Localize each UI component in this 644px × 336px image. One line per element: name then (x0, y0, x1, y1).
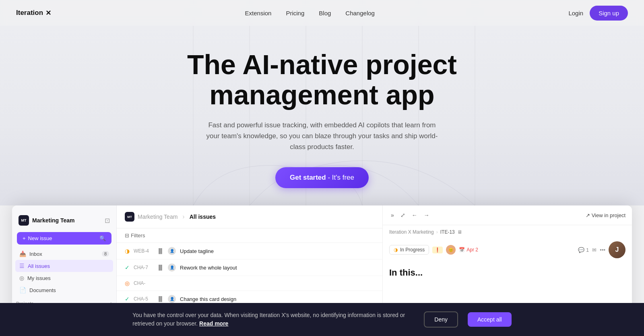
status-badge[interactable]: ◑ In Progress (389, 245, 429, 255)
cookie-banner: You have the control over your data. Whe… (0, 303, 644, 318)
status-indicator: ◑ (394, 247, 398, 253)
new-issue-button[interactable]: + New issue 🔍 (17, 232, 111, 245)
nav-blog[interactable]: Blog (319, 10, 331, 17)
logo-text: Iteration (16, 9, 43, 17)
detail-actions: 💬 1 ✉ ••• J (578, 241, 625, 258)
detail-toolbar: » ⤢ ← → ↗ View in project (383, 205, 632, 225)
view-project-link[interactable]: ↗ View in project (586, 212, 625, 218)
collapse-button[interactable]: » (389, 210, 396, 220)
nav-actions: Login Sign up (568, 6, 628, 21)
workspace-avatar: MT (19, 215, 29, 226)
priority-badge: ❗ (432, 247, 443, 253)
sidebar-header: MT Marketing Team ⊡ (12, 212, 116, 230)
login-button[interactable]: Login (568, 10, 583, 17)
avatar: 👤 (168, 247, 176, 255)
signup-button[interactable]: Sign up (590, 6, 628, 21)
more-button[interactable]: ••• (600, 247, 605, 253)
app-preview: MT Marketing Team ⊡ + New issue 🔍 📥 Inbo… (12, 205, 632, 318)
chart-icon: ▐▌ (157, 248, 164, 254)
hero-subtitle: Fast and powerful issue tracking, with e… (201, 120, 443, 153)
status-todo-icon: ◎ (125, 280, 130, 286)
avatar: 👤 (168, 263, 176, 272)
inbox-badge: 8 (102, 251, 109, 257)
share-icon: ↗ (586, 212, 590, 218)
hero-title: The AI-native project management app (187, 50, 457, 110)
monitor-icon: 🖥 (457, 229, 462, 235)
chart-icon: ▐▌ (157, 296, 164, 302)
status-done-icon: ✓ (125, 264, 130, 271)
status-done-icon: ✓ (125, 296, 130, 302)
status-inprogress-icon: ◑ (125, 248, 130, 254)
sidebar-item-all-issues[interactable]: ☰ All issues (15, 260, 113, 272)
sidebar-item-inbox[interactable]: 📥 Inbox 8 (15, 248, 113, 260)
table-row[interactable]: ◎ CHA- (117, 276, 382, 291)
navigation: Iteration ✕ Extension Pricing Blog Chang… (0, 0, 644, 26)
filter-icon: ⊟ (125, 232, 129, 239)
table-row[interactable]: ✓ CHA-7 ▐▌ 👤 Rework the whole layout (117, 259, 382, 276)
search-icon: 🔍 (99, 235, 106, 241)
logo-x: ✕ (45, 9, 51, 17)
user-avatar: 😊 (446, 245, 456, 255)
list-icon: ☰ (19, 263, 25, 269)
share-button[interactable]: ✉ (592, 247, 597, 253)
calendar-icon: 📅 (459, 247, 465, 253)
logo[interactable]: Iteration ✕ (16, 9, 51, 17)
inbox-icon: 📥 (19, 251, 26, 257)
nav-extension[interactable]: Extension (245, 10, 272, 17)
comment-button[interactable]: 💬 1 (578, 247, 589, 253)
detail-panel: » ⤢ ← → ↗ View in project Iteration X Ma… (382, 205, 632, 318)
table-row[interactable]: ◑ WEB-4 ▐▌ 👤 Update tagline (117, 243, 382, 259)
nav-changelog[interactable]: Changelog (345, 10, 375, 17)
sidebar-toggle[interactable]: ⊡ (105, 217, 110, 224)
nav-links: Extension Pricing Blog Changelog (245, 10, 375, 17)
cta-button[interactable]: Get started - It's free (275, 167, 369, 188)
deny-button[interactable]: Deny (424, 311, 458, 318)
accept-button[interactable]: Accept all (468, 312, 512, 318)
main-content: MT Marketing Team › All issues ⊟ Filters… (117, 205, 382, 318)
filters-bar: ⊟ Filters (117, 228, 382, 243)
target-icon: ◎ (19, 275, 24, 281)
cookie-text: You have the control over your data. Whe… (132, 311, 414, 318)
avatar: 👤 (168, 295, 176, 303)
workspace-label: MT Marketing Team (19, 215, 75, 226)
date-badge: 📅 Apr 2 (459, 247, 478, 253)
chart-icon: ▐▌ (157, 265, 164, 270)
sidebar-item-documents[interactable]: 📄 Documents (15, 284, 113, 296)
detail-title: In this... (383, 261, 632, 282)
main-header: MT Marketing Team › All issues (117, 205, 382, 228)
filters-button[interactable]: ⊟ Filters (125, 232, 145, 239)
plus-icon: + (23, 235, 26, 241)
detail-breadcrumb: Iteration X Marketing › ITE-13 🖥 (383, 225, 632, 239)
document-icon: 📄 (19, 287, 26, 293)
forward-button[interactable]: → (422, 210, 431, 220)
user-profile-avatar: J (609, 241, 625, 258)
hero-section: The AI-native project management app Fas… (0, 0, 644, 205)
detail-meta: ◑ In Progress ❗ 😊 📅 Apr 2 💬 1 ✉ ••• J (383, 239, 632, 261)
sidebar-item-my-issues[interactable]: ◎ My issues (15, 272, 113, 284)
back-button[interactable]: ← (410, 210, 419, 220)
nav-pricing[interactable]: Pricing (286, 10, 304, 17)
expand-button[interactable]: ⤢ (399, 210, 407, 220)
sidebar: MT Marketing Team ⊡ + New issue 🔍 📥 Inbo… (12, 205, 117, 318)
main-workspace-avatar: MT (125, 212, 134, 222)
sidebar-nav: 📥 Inbox 8 ☰ All issues ◎ My issues 📄 Doc… (12, 248, 116, 296)
